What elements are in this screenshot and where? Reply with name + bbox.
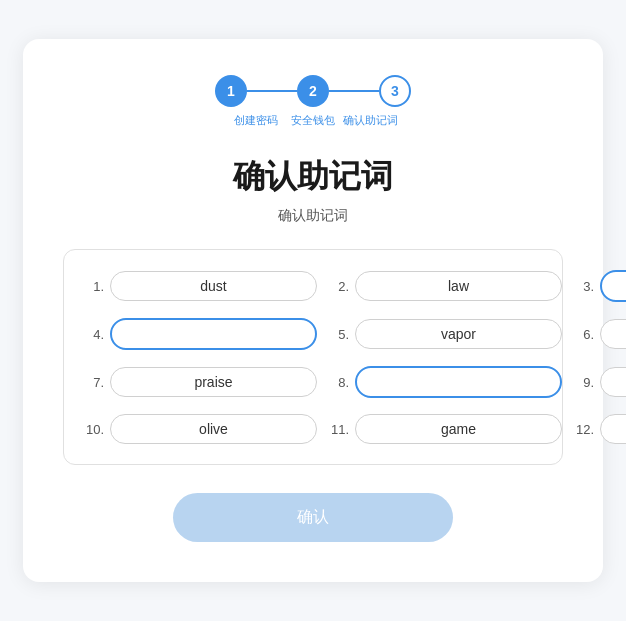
word-number-5: 5. [325, 327, 349, 342]
step-1: 1 [215, 75, 247, 107]
word-input-3[interactable] [600, 270, 626, 302]
step-2: 2 [297, 75, 329, 107]
word-item-8: 8. [325, 366, 562, 398]
word-input-12[interactable] [600, 414, 626, 444]
word-item-3: 3. [570, 270, 626, 302]
word-input-6[interactable] [600, 319, 626, 349]
word-number-1: 1. [80, 279, 104, 294]
word-item-12: 12. [570, 414, 626, 444]
word-input-1[interactable] [110, 271, 317, 301]
word-input-5[interactable] [355, 319, 562, 349]
stepper: 1 2 3 创建密码 安全钱包 确认助记词 [63, 75, 563, 127]
step-line-2 [329, 90, 379, 92]
word-input-4[interactable] [110, 318, 317, 350]
word-number-6: 6. [570, 327, 594, 342]
word-number-4: 4. [80, 327, 104, 342]
step-label-3: 确认助记词 [342, 113, 399, 127]
stepper-circles: 1 2 3 [215, 75, 411, 107]
main-container: 1 2 3 创建密码 安全钱包 确认助记词 确认助记词 确认助记词 1. 2. [23, 39, 603, 582]
word-item-7: 7. [80, 366, 317, 398]
page-subtitle: 确认助记词 [63, 207, 563, 225]
word-input-10[interactable] [110, 414, 317, 444]
word-number-9: 9. [570, 375, 594, 390]
step-label-2: 安全钱包 [285, 113, 342, 127]
word-item-10: 10. [80, 414, 317, 444]
page-title: 确认助记词 [63, 155, 563, 199]
word-input-11[interactable] [355, 414, 562, 444]
word-number-11: 11. [325, 422, 349, 437]
word-number-8: 8. [325, 375, 349, 390]
word-input-9[interactable] [600, 367, 626, 397]
word-item-5: 5. [325, 318, 562, 350]
word-grid-container: 1. 2. 3. 4. 5. 6. [63, 249, 563, 465]
word-item-9: 9. [570, 366, 626, 398]
word-item-4: 4. [80, 318, 317, 350]
word-item-6: 6. [570, 318, 626, 350]
word-input-2[interactable] [355, 271, 562, 301]
word-grid: 1. 2. 3. 4. 5. 6. [80, 270, 546, 444]
word-number-12: 12. [570, 422, 594, 437]
step-3: 3 [379, 75, 411, 107]
word-number-2: 2. [325, 279, 349, 294]
stepper-labels: 创建密码 安全钱包 确认助记词 [228, 113, 399, 127]
confirm-button[interactable]: 确认 [173, 493, 453, 542]
step-label-1: 创建密码 [228, 113, 285, 127]
word-item-1: 1. [80, 270, 317, 302]
word-number-7: 7. [80, 375, 104, 390]
word-number-3: 3. [570, 279, 594, 294]
word-input-8[interactable] [355, 366, 562, 398]
word-number-10: 10. [80, 422, 104, 437]
word-item-11: 11. [325, 414, 562, 444]
word-input-7[interactable] [110, 367, 317, 397]
step-line-1 [247, 90, 297, 92]
word-item-2: 2. [325, 270, 562, 302]
